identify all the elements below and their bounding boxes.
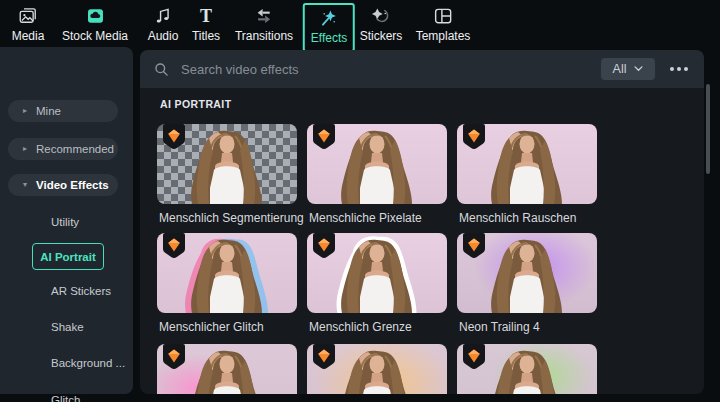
- effect-thumbnail[interactable]: [457, 124, 597, 204]
- pro-gem-icon: [463, 233, 485, 259]
- search-icon: [154, 62, 169, 77]
- effect-label: Menschliche Pixelate: [307, 211, 447, 225]
- effect-label: Menschlicher Glitch: [157, 320, 297, 334]
- pro-gem-icon: [463, 344, 485, 370]
- more-menu-icon[interactable]: [670, 67, 688, 71]
- effects-icon: [318, 8, 340, 28]
- sidebar-item-background[interactable]: Background ...: [51, 357, 125, 369]
- effect-label: Menschlich Grenze: [307, 320, 447, 334]
- section-title: AI PORTRAIT: [160, 98, 231, 110]
- tab-stickers[interactable]: Stickers: [360, 6, 403, 43]
- effect-thumbnail[interactable]: [307, 233, 447, 313]
- tab-label: Stickers: [360, 29, 403, 43]
- effect-card[interactable]: [307, 344, 447, 394]
- effect-card-glitch[interactable]: Menschlicher Glitch: [157, 233, 297, 334]
- filter-dropdown[interactable]: All: [601, 58, 655, 80]
- effect-card-pixelate[interactable]: Menschliche Pixelate: [307, 124, 447, 225]
- audio-icon: [153, 6, 173, 26]
- effects-grid: Menschlich Segmentierung Menschliche Pix…: [157, 124, 697, 394]
- titles-icon: T: [200, 6, 212, 26]
- tab-media[interactable]: Media: [12, 6, 45, 43]
- transitions-icon: [253, 6, 275, 26]
- effect-label: Menschlich Segmentierung: [157, 211, 297, 225]
- chevron-right-icon: ▸: [23, 107, 27, 115]
- sidebar-item-shake[interactable]: Shake: [51, 321, 84, 333]
- stock-media-icon: [85, 6, 106, 26]
- tab-templates[interactable]: Templates: [416, 6, 471, 43]
- filter-dropdown-value: All: [613, 62, 627, 76]
- effect-card-segmentierung[interactable]: Menschlich Segmentierung: [157, 124, 297, 225]
- sidebar-item-ar-stickers[interactable]: AR Stickers: [51, 285, 111, 297]
- effects-panel: All AI PORTRAIT Menschlich Segmentierung…: [140, 50, 704, 394]
- tab-stock-media[interactable]: Stock Media: [62, 6, 128, 43]
- sidebar-group-recommended[interactable]: ▸ Recommended: [8, 138, 118, 160]
- effect-thumbnail[interactable]: [457, 344, 597, 394]
- pro-gem-icon: [313, 124, 335, 150]
- tab-transitions[interactable]: Transitions: [235, 6, 293, 43]
- tab-label: Templates: [416, 29, 471, 43]
- effect-card-neon-trailing[interactable]: Neon Trailing 4: [457, 233, 597, 334]
- sidebar-group-mine[interactable]: ▸ Mine: [8, 100, 118, 122]
- effect-thumbnail[interactable]: [157, 124, 297, 204]
- tab-label: Stock Media: [62, 29, 128, 43]
- pro-gem-icon: [313, 344, 335, 370]
- effects-sidebar: ▸ Mine ▸ Recommended ▾ Video Effects Uti…: [0, 47, 133, 394]
- sidebar-item-glitch[interactable]: Glitch: [51, 394, 80, 402]
- effect-card[interactable]: [157, 344, 297, 394]
- effect-card[interactable]: [457, 344, 597, 394]
- tab-label: Titles: [192, 29, 220, 43]
- search-input[interactable]: [179, 61, 601, 78]
- stickers-icon: [370, 6, 392, 26]
- effect-thumbnail[interactable]: [157, 233, 297, 313]
- templates-icon: [432, 6, 453, 26]
- effect-label: Menschlich Rauschen: [457, 211, 597, 225]
- chevron-right-icon: ▸: [23, 145, 27, 153]
- pro-gem-icon: [463, 124, 485, 150]
- tab-titles[interactable]: T Titles: [192, 6, 220, 43]
- tab-label: Audio: [148, 29, 179, 43]
- effect-thumbnail[interactable]: [307, 124, 447, 204]
- sidebar-group-label: Recommended: [36, 143, 114, 155]
- tab-label: Effects: [311, 31, 347, 45]
- effect-label: Neon Trailing 4: [457, 320, 597, 334]
- pro-gem-icon: [163, 124, 185, 150]
- effect-thumbnail[interactable]: [307, 344, 447, 394]
- tab-label: Media: [12, 29, 45, 43]
- tab-effects[interactable]: Effects: [303, 3, 355, 52]
- effect-card-rauschen[interactable]: Menschlich Rauschen: [457, 124, 597, 225]
- sidebar-item-utility[interactable]: Utility: [51, 216, 79, 228]
- sidebar-item-ai-portrait[interactable]: AI Portrait: [32, 243, 104, 270]
- tab-label: Transitions: [235, 29, 293, 43]
- media-icon: [18, 6, 39, 26]
- search-bar: All: [140, 50, 704, 88]
- chevron-down-icon: ▾: [23, 181, 27, 189]
- pro-gem-icon: [163, 233, 185, 259]
- sidebar-group-label: Mine: [36, 105, 61, 117]
- pro-gem-icon: [313, 233, 335, 259]
- effect-card-grenze[interactable]: Menschlich Grenze: [307, 233, 447, 334]
- top-toolbar: Media Stock Media Audio T Titles Transit…: [0, 0, 720, 47]
- sidebar-group-video-effects[interactable]: ▾ Video Effects: [8, 174, 118, 196]
- scrollbar-thumb[interactable]: [706, 84, 710, 174]
- effect-thumbnail[interactable]: [157, 344, 297, 394]
- effect-thumbnail[interactable]: [457, 233, 597, 313]
- pro-gem-icon: [163, 344, 185, 370]
- tab-audio[interactable]: Audio: [148, 6, 179, 43]
- chevron-down-icon: [634, 66, 643, 72]
- sidebar-group-label: Video Effects: [36, 179, 109, 191]
